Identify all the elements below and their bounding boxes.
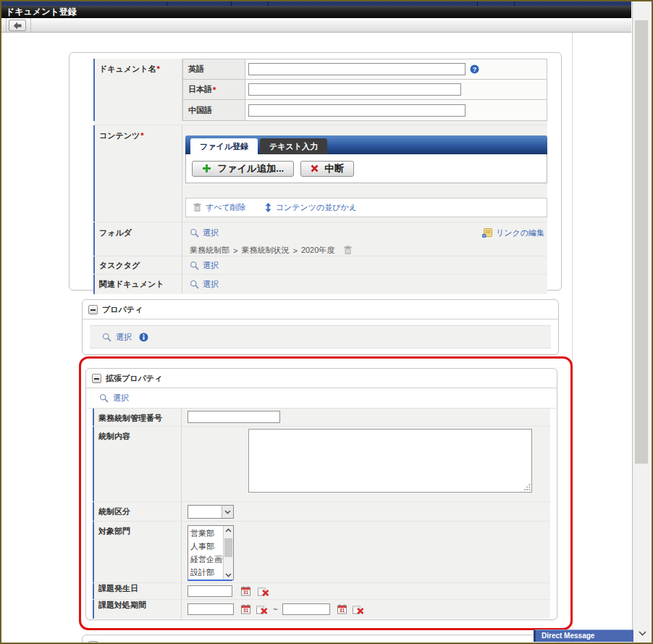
related-doc-row: 関連ドキュメント 選択 (93, 275, 547, 294)
folder-label: フォルダ (93, 222, 182, 256)
chevron-down-icon (222, 506, 233, 518)
reorder-contents-link[interactable]: コンテンツの並びかえ (276, 202, 357, 213)
name-japanese-input[interactable] (248, 83, 461, 96)
link-edit-icon (482, 228, 492, 238)
scrollbar-thumb[interactable] (635, 20, 648, 464)
info-icon[interactable] (139, 333, 148, 342)
task-tag-row: タスクタグ 選択 (93, 256, 547, 275)
chevron-up-icon[interactable] (224, 526, 233, 535)
direct-message-button[interactable]: Direct Message (534, 630, 633, 642)
next-section-card-partial (82, 635, 559, 644)
listbox-option[interactable]: 設計部 (190, 566, 223, 579)
document-form-card: ドキュメント名* 英語 ? 日本語* (69, 52, 562, 290)
breadcrumb-item: 業務統制部 (190, 245, 229, 256)
back-arrow-icon (13, 22, 22, 30)
clear-date-icon[interactable] (353, 605, 364, 614)
help-icon[interactable]: ? (470, 64, 479, 74)
resize-grip-icon[interactable] (524, 483, 531, 492)
clear-date-icon[interactable] (256, 605, 268, 614)
chinese-label: 中国語 (188, 105, 212, 116)
red-x-icon (311, 164, 319, 172)
scrollbar-thumb[interactable] (224, 538, 232, 557)
breadcrumb-item: 業務統制状況 (241, 245, 289, 256)
control-content-label: 統制内容 (93, 427, 181, 501)
name-chinese-input[interactable] (248, 104, 465, 117)
target-department-listbox[interactable]: 営業部 人事部 経営企画部 設計部 (188, 525, 234, 580)
ext-property-section-title: 拡張プロパティ (106, 373, 162, 384)
search-icon (190, 228, 199, 238)
issue-period-start-input[interactable] (188, 603, 234, 615)
folder-row: フォルダ 選択 リンクの編集 業務統制部 > 業務統制状況 (93, 222, 547, 256)
tab-file-register[interactable]: ファイル登録 (190, 138, 258, 154)
target-department-row: 対象部門 営業部 人事部 経営企画部 設計部 (93, 522, 550, 583)
breadcrumb-item: 2020年度 (301, 245, 334, 256)
property-select-link[interactable]: 選択 (116, 332, 132, 343)
calendar-icon[interactable]: 31 (241, 586, 250, 596)
clear-date-icon[interactable] (258, 587, 269, 596)
svg-text:31: 31 (243, 608, 249, 613)
back-button[interactable] (9, 20, 26, 31)
chevron-down-icon[interactable] (633, 628, 652, 638)
link-edit-link[interactable]: リンクの編集 (496, 227, 544, 238)
property-section-title: プロパティ (102, 304, 143, 315)
abort-button[interactable]: 中断 (300, 161, 354, 177)
document-name-row: ドキュメント名* 英語 ? 日本語* (93, 59, 547, 125)
name-row-chinese: 中国語 (183, 100, 547, 120)
control-category-label: 統制区分 (93, 502, 181, 521)
collapse-icon[interactable] (88, 305, 98, 314)
name-row-japanese: 日本語* (183, 80, 547, 100)
collapse-icon[interactable] (92, 374, 101, 383)
folder-select-link[interactable]: 選択 (203, 227, 219, 238)
control-content-row: 統制内容 (93, 427, 550, 502)
plus-icon (202, 164, 211, 173)
listbox-option[interactable]: 人事部 (190, 540, 223, 553)
issue-period-end-input[interactable] (282, 603, 330, 615)
english-label: 英語 (188, 64, 204, 75)
target-department-label: 対象部門 (93, 522, 181, 582)
control-number-row: 業務統制管理番号 (93, 409, 550, 427)
add-file-button[interactable]: ファイル追加... (192, 161, 294, 177)
issue-date-row: 課題発生日 31 (93, 583, 550, 600)
property-card: プロパティ 選択 (82, 299, 559, 355)
breadcrumb-separator: > (292, 246, 297, 255)
control-number-input[interactable] (188, 411, 280, 423)
contents-label: コンテンツ* (93, 125, 182, 222)
tab-text-input[interactable]: テキスト入力 (260, 138, 327, 154)
chevron-down-icon[interactable] (224, 571, 233, 580)
breadcrumb-separator: > (233, 246, 237, 255)
name-row-english: 英語 ? (183, 59, 547, 80)
japanese-label: 日本語 (188, 84, 212, 95)
listbox-option[interactable]: 経営企画部 (190, 553, 223, 566)
delete-all-link[interactable]: すべて削除 (206, 202, 246, 213)
contents-row: コンテンツ* ファイル登録 テキスト入力 ファイル追加... (93, 125, 547, 222)
ext-property-select-link[interactable]: 選択 (113, 393, 129, 403)
search-icon (190, 261, 199, 270)
name-english-input[interactable] (248, 63, 465, 75)
control-content-textarea[interactable] (248, 429, 532, 493)
issue-period-label: 課題対処期間 (93, 600, 181, 619)
document-register-page: ドキュメント登録 ドキュメント名* 英語 (0, 0, 653, 644)
listbox-option[interactable]: 営業部 (190, 527, 223, 540)
toolbar (0, 18, 631, 33)
contents-tab-panel: ファイル登録 テキスト入力 ファイル追加... (185, 135, 547, 183)
issue-date-input[interactable] (188, 585, 232, 597)
search-icon (190, 280, 199, 289)
required-mark: * (157, 64, 160, 73)
listbox-scrollbar[interactable] (223, 526, 233, 580)
contents-tab-bar: ファイル登録 テキスト入力 (185, 135, 547, 154)
reorder-updown-icon (265, 203, 271, 212)
related-doc-select-link[interactable]: 選択 (203, 279, 219, 290)
trash-icon[interactable] (344, 246, 352, 255)
page-scrollbar[interactable] (632, 0, 652, 643)
control-category-select[interactable] (188, 505, 234, 519)
collapse-icon[interactable] (88, 641, 98, 644)
content-edge-line (572, 33, 573, 644)
task-tag-select-link[interactable]: 選択 (203, 260, 219, 271)
control-category-row: 統制区分 (93, 502, 550, 522)
window-title-bar: ドキュメント登録 (0, 6, 631, 18)
search-icon (102, 333, 111, 342)
calendar-icon[interactable]: 31 (337, 604, 347, 614)
name-language-table: 英語 ? 日本語* (182, 59, 547, 121)
related-doc-label: 関連ドキュメント (93, 275, 182, 294)
calendar-icon[interactable]: 31 (241, 604, 250, 614)
